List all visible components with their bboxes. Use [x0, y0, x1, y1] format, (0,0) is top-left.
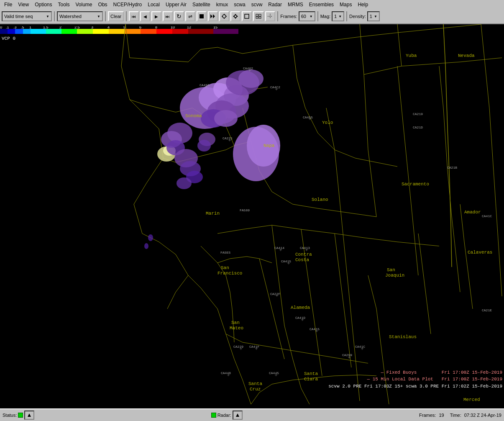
county-label-sacramento: Sacramento — [402, 182, 429, 187]
svg-point-74 — [148, 234, 153, 241]
menu-satellite[interactable]: Satellite — [190, 1, 213, 8]
svg-marker-113 — [236, 413, 239, 417]
radar-indicator[interactable] — [233, 411, 243, 420]
county-label-sonoma: Sonoma — [185, 113, 202, 118]
rock-button[interactable]: ⇌ — [185, 11, 195, 21]
stop-button[interactable] — [197, 11, 207, 21]
map-area[interactable]: 0 .1 .3 .5 1 1.5 2 2.5 3 4 5 6 8 10 12 1… — [0, 24, 504, 404]
status-indicator[interactable] — [24, 411, 34, 420]
crosshair-button[interactable] — [265, 11, 275, 21]
svg-rect-0 — [200, 14, 204, 18]
menu-mrms[interactable]: MRMS — [285, 1, 306, 8]
stop-icon — [200, 14, 204, 18]
menu-local[interactable]: Local — [145, 1, 162, 8]
watershed-dropdown[interactable]: Watershed ▼ — [57, 11, 103, 21]
menu-volume[interactable]: Volume — [73, 1, 95, 8]
county-label-yolo: Yolo — [322, 120, 333, 125]
station-ca4c2: CA4C2 — [270, 85, 280, 89]
svg-point-3 — [223, 15, 226, 18]
station-ca415: CA415 — [281, 259, 291, 263]
up-arrow-icon — [27, 413, 31, 417]
density-dropdown[interactable]: 1 ▼ — [367, 11, 380, 21]
svg-marker-11 — [236, 15, 238, 18]
county-label-cruz2: Cruz — [250, 387, 261, 392]
mag-arrow: ▼ — [338, 15, 342, 18]
prev-frame-button[interactable]: ◀ — [140, 11, 150, 21]
toolbar-sep-2 — [105, 11, 106, 21]
station-ca299: CA299 — [342, 353, 352, 357]
last-frame-button[interactable]: ⏭ — [163, 11, 173, 21]
county-label-amador: Amador — [464, 210, 481, 215]
county-label-cal: Calaveras — [468, 250, 492, 255]
svg-point-71 — [177, 177, 192, 189]
menu-upper-air[interactable]: Upper Air — [163, 1, 189, 8]
station-ca21d: CA21D — [413, 126, 423, 129]
local-data-line: — 15 Min Local Data Plot Fri 17:00Z 15-F… — [328, 376, 502, 383]
seq-dropdown[interactable]: Valid time seq ▼ — [2, 11, 52, 21]
time-status-label: Time: — [450, 413, 461, 418]
next-frame-button[interactable]: ▶ — [151, 11, 161, 21]
frames-dropdown[interactable]: 60 ▼ — [299, 11, 315, 21]
select-icon — [256, 14, 261, 19]
menu-kmux[interactable]: kmux — [214, 1, 231, 8]
svg-point-75 — [144, 243, 148, 249]
county-label-nevada: Nevada — [458, 53, 475, 58]
menu-scwa[interactable]: scwa — [231, 1, 248, 8]
station-ca414: CA414 — [274, 246, 284, 250]
menu-file[interactable]: File — [2, 1, 15, 8]
county-label-sm: San — [231, 320, 240, 325]
density-arrow: ▼ — [374, 15, 377, 18]
cursor-button[interactable] — [219, 11, 229, 21]
pan-button[interactable] — [230, 11, 240, 21]
station-ca455: CA455 — [200, 83, 210, 87]
menu-radar[interactable]: Radar — [266, 1, 284, 8]
station-fases: FASES — [220, 251, 230, 254]
menu-help[interactable]: Help — [355, 1, 371, 8]
clear-button[interactable]: Clear — [108, 11, 124, 21]
density-label: Density: — [349, 14, 366, 19]
fwd-icon — [210, 14, 215, 18]
svg-point-64 — [238, 69, 264, 88]
station-ca21b: CA21B — [447, 166, 457, 169]
menu-view[interactable]: View — [15, 1, 31, 8]
fwd-button[interactable] — [208, 11, 218, 21]
menu-ensembles[interactable]: Ensembles — [307, 1, 336, 8]
toolbar-sep-6 — [346, 11, 347, 21]
menu-maps[interactable]: Maps — [337, 1, 354, 8]
svg-marker-1 — [210, 14, 212, 18]
station-ca415b: CA415 — [310, 327, 320, 331]
county-label-alameda: Alameda — [291, 305, 310, 310]
mag-dropdown[interactable]: 1 ▼ — [332, 11, 344, 21]
station-ca41d: CA41D — [295, 316, 305, 320]
county-label-cruz: Santa — [248, 381, 262, 386]
menu-tools[interactable]: Tools — [56, 1, 72, 8]
county-label-sm2: Mateo — [230, 326, 243, 331]
menu-scvw[interactable]: scvw — [249, 1, 265, 8]
version-line: scvw 2.0 PRE Fri 17:03Z 15+ scwa 3.0 PRE… — [328, 383, 502, 390]
status-label: Status: — [3, 413, 17, 418]
pan-icon — [233, 14, 238, 19]
station-ca41c: CA41C — [355, 345, 365, 349]
zoom-button[interactable] — [242, 11, 252, 21]
mag-label: Mag: — [320, 14, 330, 19]
county-label-solano: Solano — [312, 197, 328, 202]
station-ca41c2: CA41C — [482, 214, 492, 218]
first-frame-button[interactable]: ⏮ — [129, 11, 139, 21]
loop-button[interactable]: ↻ — [174, 11, 184, 21]
menu-ncep[interactable]: NCEP/Hydro — [111, 1, 145, 8]
svg-rect-13 — [256, 14, 258, 16]
menu-obs[interactable]: Obs — [96, 1, 110, 8]
map-svg[interactable]: Yuba Nevada Yolo Sacramento Amador Solan… — [0, 24, 504, 404]
cursor-icon — [222, 14, 227, 19]
frames-arrow: ▼ — [310, 15, 313, 18]
county-label-cc2: Costa — [295, 257, 309, 262]
menu-options[interactable]: Options — [32, 1, 54, 8]
county-label-yuba: Yuba — [406, 53, 417, 58]
frames-status-value: 19 — [439, 413, 444, 418]
svg-point-73 — [197, 140, 211, 151]
select-button[interactable] — [253, 11, 264, 21]
toolbar-sep-4 — [277, 11, 278, 21]
county-label-cc: Contra — [295, 252, 312, 257]
status-section: Status: — [3, 411, 34, 420]
buoys-line: — Fixed Buoys Fri 17:00Z 15-Feb-2019 — [328, 369, 502, 376]
